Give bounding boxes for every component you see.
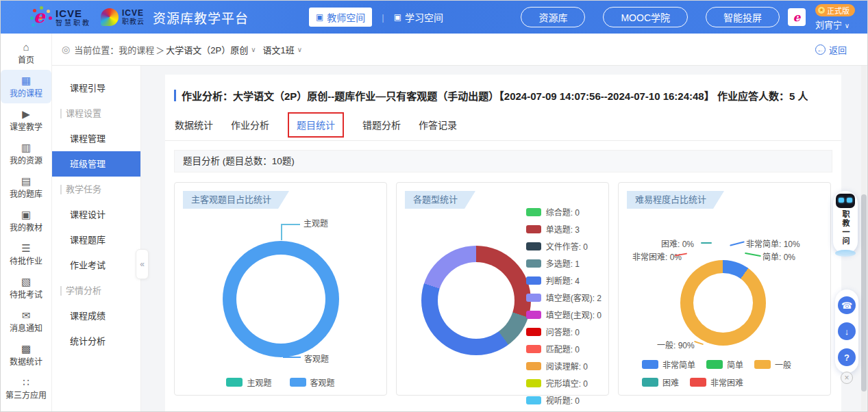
learning-space-icon: ▣	[394, 12, 401, 22]
class-chevron-icon[interactable]: ∨	[297, 46, 302, 53]
third-party-apps-icon: ∷	[23, 377, 29, 387]
mooc-college-button[interactable]: MOOC学院	[603, 7, 688, 27]
legend-swatch	[526, 311, 541, 319]
legend-swatch	[526, 276, 541, 285]
legend-item[interactable]: 判断题: 4	[526, 274, 602, 286]
back-button[interactable]: ← 返回	[815, 43, 847, 56]
sidebar-item-my-question-bank[interactable]: ▤ 我的题库	[1, 170, 51, 204]
shell-logo-icon	[101, 8, 119, 26]
submenu-statistical-analysis[interactable]: 统计分析	[52, 329, 140, 354]
sidebar-item-my-resources[interactable]: ▥ 我的资源	[1, 137, 51, 170]
submenu-course-grades[interactable]: 课程成绩	[52, 303, 140, 329]
help-icon[interactable]: ?	[838, 348, 856, 366]
callout-subjective: 主观题	[303, 217, 328, 229]
user-menu[interactable]: 刘宵宁 ∨	[815, 18, 850, 31]
top-header: e ICVE 智慧职教 ICVE 职教云 资源库教学平台 ▣ 教师空间 | ▣ …	[1, 1, 867, 34]
chart1-donut[interactable]	[223, 241, 339, 357]
chart1-callout-line-top	[281, 224, 300, 240]
sidebar-item-my-textbooks[interactable]: ▣ 我的教材	[1, 204, 51, 237]
legend-item[interactable]: 一般	[754, 359, 791, 370]
legend-swatch	[526, 259, 541, 268]
sidebar-item-pending-exams[interactable]: ▧ 待批考试	[1, 271, 51, 305]
sidebar-item-my-courses[interactable]: ▦ 我的课程	[1, 70, 51, 103]
legend-item[interactable]: 简单	[706, 359, 743, 370]
sidebar-item-pending-homework[interactable]: ☰ 待批作业	[1, 237, 51, 271]
legend-swatch	[642, 378, 658, 387]
breadcrumb-class[interactable]: 语文1班	[262, 43, 294, 56]
sidebar-item-data-statistics[interactable]: ▩ 数据统计	[1, 338, 51, 372]
submenu-class-management[interactable]: 班级管理	[52, 151, 140, 177]
legend-item[interactable]: 匹配题: 0	[526, 343, 602, 355]
tab-answer-records[interactable]: 作答记录	[419, 118, 457, 140]
resource-library-button[interactable]: 资源库	[521, 7, 585, 27]
sidebar-collapse-button[interactable]: «	[136, 249, 149, 279]
legend-item[interactable]: 非常简单	[642, 359, 695, 370]
callout-easy: 简单: 0%	[762, 250, 795, 262]
download-icon[interactable]: ↓	[838, 322, 856, 340]
legend-swatch	[526, 345, 541, 353]
legend-item[interactable]: 综合题: 0	[526, 206, 602, 218]
submenu-course-management[interactable]: 课程管理	[52, 126, 140, 151]
legend-item[interactable]: 主观题	[226, 376, 271, 388]
legend-swatch	[526, 242, 541, 250]
legend-item[interactable]: 填空题(客观): 2	[526, 292, 602, 303]
legend-item[interactable]: 阅读理解: 0	[526, 360, 602, 372]
legend-item[interactable]: 完形填空: 0	[526, 377, 602, 389]
assistant-label: 职教一问	[840, 210, 851, 246]
content-card: 作业分析：大学语文（2P）原创--题库作业—只有客观题（手动出题）【2024-0…	[165, 75, 841, 411]
submenu-section-learning-analysis: 学情分析	[52, 278, 140, 303]
submenu-homework-exam[interactable]: 作业考试	[52, 253, 140, 278]
callout-line-normal	[694, 341, 704, 345]
icve-mini-app-icon[interactable]: e	[788, 8, 806, 26]
chart2-donut[interactable]	[421, 246, 531, 355]
scrollbar-track[interactable]	[861, 66, 867, 411]
chart1-callout-line-bottom	[283, 348, 301, 358]
close-toolbar-icon[interactable]: ×	[841, 372, 853, 384]
smart-casting-button[interactable]: 智能投屏	[706, 7, 780, 27]
legend-item[interactable]: 非常困难	[690, 376, 743, 388]
submenu-course-design[interactable]: 课程设计	[52, 202, 140, 227]
tab-question-statistics[interactable]: 题目统计	[297, 118, 335, 140]
learning-space-button[interactable]: ▣ 学习空间	[394, 10, 443, 24]
legend-swatch	[754, 360, 771, 369]
legend-item[interactable]: 问答题: 0	[526, 326, 602, 337]
breadcrumb-location: 当前位置：我的课程	[74, 43, 154, 56]
teacher-space-button[interactable]: ▣ 教师空间	[309, 8, 372, 27]
legend-swatch	[526, 208, 541, 216]
legend-item[interactable]: 多选题: 1	[526, 257, 602, 269]
sidebar-item-notifications[interactable]: ✉ 消息通知	[1, 305, 51, 338]
legend-item[interactable]: 文件作答: 0	[526, 240, 602, 252]
back-arrow-icon: ←	[815, 44, 826, 55]
submenu-course-guide[interactable]: 课程引导	[52, 75, 140, 101]
legend-swatch	[526, 225, 541, 233]
floating-toolbar: ☎ ↓ ?	[835, 289, 858, 373]
sidebar-item-third-party-apps[interactable]: ∷ 第三方应用	[1, 372, 51, 405]
customer-service-icon[interactable]: ☎	[838, 296, 856, 314]
robot-icon	[836, 194, 855, 208]
legend-item[interactable]: 客观题	[290, 376, 335, 388]
course-chevron-icon[interactable]: ∨	[251, 46, 256, 53]
legend-item[interactable]: 困难	[642, 376, 679, 388]
ai-assistant-widget[interactable]: 职教一问	[833, 191, 858, 254]
icve-zhihui-logo: e ICVE 智慧职教	[28, 5, 91, 29]
legend-item[interactable]: 单选题: 3	[526, 223, 602, 235]
legend-swatch	[642, 360, 658, 369]
icon-rail: ⌂ 首页 ▦ 我的课程 ▶ 课堂教学 ▥ 我的资源 ▤ 我的题库 ▣ 我的教材 …	[1, 34, 52, 411]
course-submenu: 课程引导 课程设置 课程管理 班级管理 教学任务 课程设计 课程题库 作业考试 …	[52, 66, 141, 411]
tab-data-statistics[interactable]: 数据统计	[175, 118, 213, 140]
sidebar-item-home[interactable]: ⌂ 首页	[1, 36, 51, 70]
callout-line-easy	[745, 253, 761, 257]
user-chevron-icon: ∨	[845, 22, 850, 29]
notifications-icon: ✉	[22, 310, 31, 320]
tab-wrong-question-analysis[interactable]: 错题分析	[362, 118, 401, 140]
submenu-course-question-bank[interactable]: 课程题库	[52, 227, 140, 253]
my-courses-icon: ▦	[21, 75, 31, 86]
sidebar-item-classroom-teaching[interactable]: ▶ 课堂教学	[1, 103, 51, 137]
legend-item[interactable]: 视听题: 0	[526, 394, 602, 406]
chart-question-type-stats: 各题型统计 综合题: 0 单选题: 3 文件作答: 0 多选题: 1 判断题: …	[396, 182, 609, 396]
scrollbar-thumb[interactable]	[861, 194, 867, 391]
legend-item[interactable]: 填空题(主观): 0	[526, 309, 602, 320]
tab-homework-analysis[interactable]: 作业分析	[231, 118, 269, 140]
chart3-donut[interactable]	[680, 260, 766, 346]
breadcrumb-course[interactable]: 大学语文（2P）原创	[166, 43, 248, 56]
